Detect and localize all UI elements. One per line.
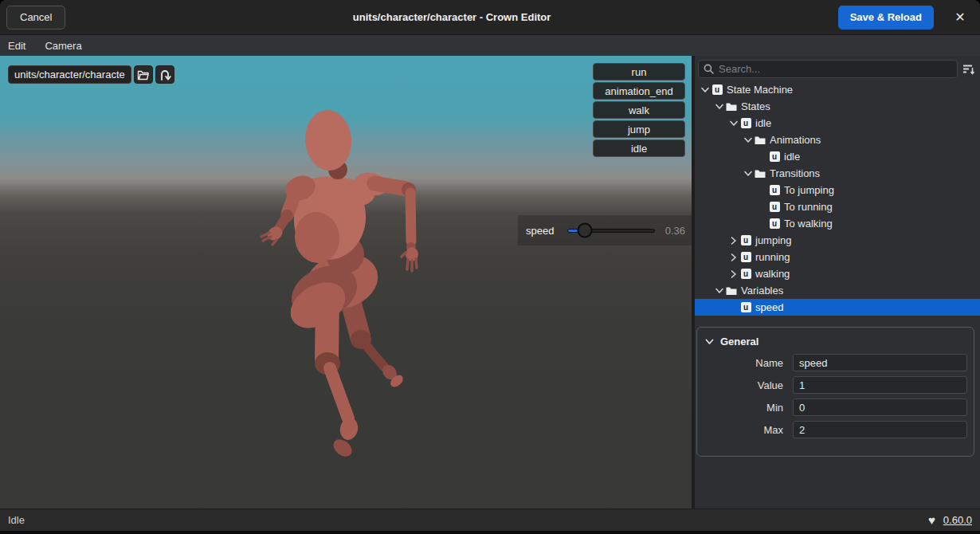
search-input[interactable] xyxy=(719,63,952,75)
character-model xyxy=(0,56,692,508)
speed-slider[interactable] xyxy=(567,229,655,233)
title-bar: Cancel units/character/character - Crown… xyxy=(0,0,980,35)
tree-row-animations[interactable]: Animations xyxy=(695,132,980,148)
unit-icon: u xyxy=(740,118,751,129)
chevron-down-icon[interactable] xyxy=(698,84,711,96)
chevron-right-icon[interactable] xyxy=(727,235,740,246)
chevron-spacer xyxy=(755,218,769,230)
menu-item-camera[interactable]: Camera xyxy=(45,40,81,52)
chevron-down-icon[interactable] xyxy=(741,168,755,179)
chevron-right-icon[interactable] xyxy=(727,269,740,280)
version-link[interactable]: 0.60.0 xyxy=(943,514,972,526)
event-button-animation_end[interactable]: animation_end xyxy=(593,82,685,100)
tree-label: Transitions xyxy=(770,167,820,179)
slider-value: 0.36 xyxy=(665,225,685,237)
menu-item-edit[interactable]: Edit xyxy=(8,40,25,52)
tree-label: To jumping xyxy=(784,184,834,196)
event-button-idle[interactable]: idle xyxy=(593,139,685,157)
tree-row-speed[interactable]: uspeed xyxy=(695,299,980,316)
property-input-name[interactable] xyxy=(793,354,967,371)
menu-bar: EditCamera xyxy=(0,35,980,56)
save-reload-button[interactable]: Save & Reload xyxy=(838,6,934,29)
tree-row-transitions[interactable]: Transitions xyxy=(695,165,980,182)
event-buttons: runanimation_endwalkjumpidle xyxy=(593,63,685,157)
property-label: Min xyxy=(704,402,783,414)
search-row xyxy=(695,56,980,81)
tree-label: Animations xyxy=(770,134,821,146)
tree-row-to-running[interactable]: uTo running xyxy=(695,198,980,215)
property-label: Value xyxy=(704,379,783,391)
tree-label: idle xyxy=(755,117,771,129)
unit-icon: u xyxy=(740,269,751,280)
property-input-min[interactable] xyxy=(793,399,967,416)
viewport-3d[interactable]: runanimation_endwalkjumpidle speed 0.36 xyxy=(0,56,692,508)
resource-path-input[interactable] xyxy=(8,65,131,84)
chevron-spacer xyxy=(727,302,740,313)
tree-row-jumping[interactable]: ujumping xyxy=(695,232,980,249)
properties-panel: General NameValueMinMax xyxy=(696,327,974,457)
property-input-value[interactable] xyxy=(793,376,967,394)
unit-icon: u xyxy=(711,84,723,96)
close-icon[interactable]: ✕ xyxy=(951,9,969,26)
unit-icon: u xyxy=(740,302,751,313)
unit-icon: u xyxy=(769,202,780,213)
sort-descending-icon xyxy=(962,64,975,75)
reload-resource-button[interactable] xyxy=(155,65,174,84)
status-text: Idle xyxy=(8,514,25,526)
property-input-max[interactable] xyxy=(793,421,967,438)
window-title: units/character/character - Crown Editor xyxy=(65,11,837,23)
event-button-jump[interactable]: jump xyxy=(593,120,685,138)
tree-row-idle[interactable]: uidle xyxy=(695,115,980,132)
tree-row-idle[interactable]: uidle xyxy=(695,148,980,165)
state-machine-tree: uState MachineStatesuidleAnimationsuidle… xyxy=(695,81,980,316)
event-button-walk[interactable]: walk xyxy=(593,101,685,119)
speed-slider-panel: speed 0.36 xyxy=(518,215,692,245)
search-box xyxy=(698,60,958,78)
property-row-value: Value xyxy=(704,376,967,394)
property-label: Name xyxy=(704,357,783,369)
crown-editor-window: Cancel units/character/character - Crown… xyxy=(0,0,980,534)
tree-label: States xyxy=(741,100,770,112)
tree-row-states[interactable]: States xyxy=(695,98,980,115)
reload-icon xyxy=(159,69,171,81)
chevron-right-icon[interactable] xyxy=(727,252,740,263)
section-label: General xyxy=(720,336,759,347)
heart-icon[interactable]: ♥ xyxy=(928,513,935,527)
chevron-down-icon[interactable] xyxy=(712,101,726,112)
right-panel: uState MachineStatesuidleAnimationsuidle… xyxy=(695,56,980,508)
chevron-down-icon[interactable] xyxy=(727,118,740,129)
tree-row-to-jumping[interactable]: uTo jumping xyxy=(695,182,980,198)
tree-label: jumping xyxy=(755,234,792,246)
unit-icon: u xyxy=(740,235,751,246)
chevron-down-icon xyxy=(705,339,714,345)
slider-knob[interactable] xyxy=(577,223,592,238)
properties-box: General NameValueMinMax xyxy=(696,327,974,457)
status-bar: Idle ♥ 0.60.0 xyxy=(0,508,980,531)
sort-filter-button[interactable] xyxy=(961,61,977,77)
tree-label: To walking xyxy=(784,218,833,230)
tree-row-to-walking[interactable]: uTo walking xyxy=(695,215,980,232)
folder-icon xyxy=(755,168,766,179)
unit-icon: u xyxy=(769,218,780,230)
search-icon xyxy=(704,64,714,74)
tree-row-walking[interactable]: uwalking xyxy=(695,265,980,282)
chevron-down-icon[interactable] xyxy=(712,285,726,296)
tree-row-state-machine[interactable]: uState Machine xyxy=(695,81,980,98)
property-row-max: Max xyxy=(704,421,967,438)
event-button-run[interactable]: run xyxy=(593,63,685,80)
tree-row-variables[interactable]: Variables xyxy=(695,282,980,299)
folder-icon xyxy=(755,135,766,146)
window-bottom-edge xyxy=(0,531,980,534)
tree-label: running xyxy=(755,251,790,263)
section-general[interactable]: General xyxy=(704,332,967,354)
tree-row-running[interactable]: urunning xyxy=(695,249,980,265)
unit-icon: u xyxy=(769,151,780,163)
open-folder-button[interactable] xyxy=(134,65,153,84)
tree-label: speed xyxy=(755,301,783,313)
tree-label: idle xyxy=(784,151,800,163)
folder-icon xyxy=(726,285,737,296)
resource-bar xyxy=(8,65,174,84)
cancel-button[interactable]: Cancel xyxy=(6,6,65,29)
chevron-down-icon[interactable] xyxy=(741,135,755,146)
chevron-spacer xyxy=(755,151,769,163)
